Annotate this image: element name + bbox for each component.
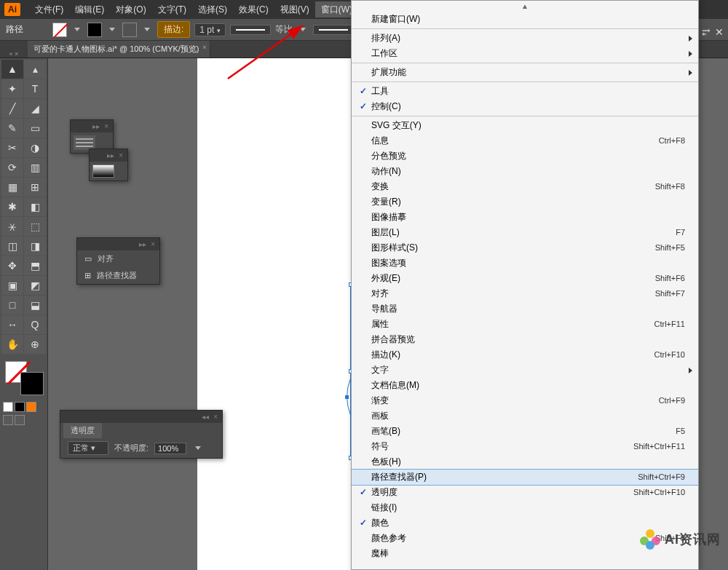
tool-button[interactable]: ◫ <box>1 237 23 256</box>
tab-align[interactable]: 对齐 <box>98 253 114 264</box>
tool-button[interactable]: ▥ <box>24 158 46 177</box>
tool-button[interactable]: ◧ <box>24 197 46 216</box>
chevron-down-icon[interactable] <box>195 446 201 450</box>
tool-button[interactable]: T <box>24 79 46 98</box>
chevron-down-icon[interactable] <box>109 28 115 31</box>
menu-item[interactable]: ✓透明度Shift+Ctrl+F10 <box>352 485 698 500</box>
menu-item[interactable]: 信息Ctrl+F8 <box>352 133 698 149</box>
menu-item[interactable]: 图形样式(S)Shift+F5 <box>352 240 698 256</box>
menu-item[interactable]: 变量(R) <box>352 194 698 210</box>
menu-item[interactable]: 工作区 <box>352 46 698 61</box>
menu-item[interactable]: 扩展功能 <box>352 65 698 80</box>
stroke-swatch[interactable] <box>87 23 102 37</box>
tool-button[interactable]: ⬓ <box>24 296 46 314</box>
tool-button[interactable]: ✥ <box>1 256 23 275</box>
menu-item[interactable]: 分色预览 <box>352 149 698 164</box>
menu-item[interactable]: 图层(L)F7 <box>352 225 698 240</box>
menu-item[interactable]: 文档信息(M) <box>352 378 698 393</box>
screen-mode[interactable] <box>3 415 13 425</box>
menu-item[interactable]: 描边(K)Ctrl+F10 <box>352 347 698 363</box>
tool-button[interactable]: ▦ <box>1 178 23 197</box>
menu-item[interactable]: 变换Shift+F8 <box>352 179 698 194</box>
tool-button[interactable]: ⊞ <box>24 178 46 197</box>
brush-definition[interactable] <box>313 25 354 35</box>
tab-pathfinder[interactable]: 路径查找器 <box>97 270 137 281</box>
tool-button[interactable]: ⬒ <box>24 256 46 275</box>
menu-item[interactable]: 新建窗口(W) <box>352 12 698 27</box>
transparency-panel[interactable]: ◂◂× 透明度 正常 ▾ 不透明度: 100% <box>60 410 223 459</box>
tool-button[interactable]: ▭ <box>24 119 46 138</box>
tool-button[interactable]: Q <box>24 315 46 334</box>
menu-item[interactable]: SVG 交互(Y) <box>352 118 698 133</box>
tool-button[interactable]: ⟳ <box>1 158 23 177</box>
swatch-empty[interactable] <box>122 23 137 37</box>
menu-item[interactable]: 画板 <box>352 408 698 424</box>
stroke-box[interactable] <box>21 373 43 395</box>
blend-mode-select[interactable]: 正常 ▾ <box>68 441 108 455</box>
menu-item[interactable]: 外观(E)Shift+F6 <box>352 271 698 286</box>
fill-swatch[interactable] <box>52 23 67 37</box>
opacity-input[interactable]: 100% <box>154 443 186 454</box>
tool-button[interactable]: ⬚ <box>24 217 46 236</box>
arrange-icon[interactable]: ⥂ <box>702 26 711 38</box>
menu-item[interactable]: 拼合器预览 <box>352 332 698 347</box>
tool-button[interactable]: ✂ <box>1 138 23 157</box>
tool-button[interactable]: ▣ <box>1 276 23 295</box>
color-mode-none[interactable] <box>26 402 36 412</box>
tool-button[interactable]: ◩ <box>24 276 46 295</box>
fill-stroke-control[interactable] <box>2 360 46 396</box>
tool-button[interactable]: ✎ <box>1 119 23 138</box>
stroke-profile[interactable] <box>230 25 271 35</box>
menu-item[interactable]: 导航器 <box>352 301 698 317</box>
tool-button[interactable]: ✦ <box>1 79 23 98</box>
tool-button[interactable]: ◢ <box>24 99 46 118</box>
menu-4[interactable]: 选择(S) <box>192 1 233 17</box>
chevron-down-icon[interactable] <box>300 28 306 31</box>
menu-3[interactable]: 文字(T) <box>152 1 192 17</box>
menu-item[interactable]: 图案选项 <box>352 256 698 271</box>
tool-button[interactable]: ⚹ <box>1 217 23 236</box>
menu-item[interactable]: 文字 <box>352 363 698 378</box>
tool-button[interactable]: ╱ <box>1 99 23 118</box>
scroll-up-icon[interactable]: ▲ <box>352 1 698 12</box>
close-icon[interactable]: ✕ <box>715 26 724 38</box>
menu-item[interactable]: 符号Shift+Ctrl+F11 <box>352 439 698 454</box>
menu-item[interactable]: ✓颜色 <box>352 515 698 531</box>
menu-6[interactable]: 视图(V) <box>274 1 315 17</box>
close-icon[interactable]: × <box>202 44 206 51</box>
chevron-down-icon[interactable] <box>144 28 150 31</box>
menu-item[interactable]: 排列(A) <box>352 31 698 46</box>
menu-item[interactable]: 链接(I) <box>352 500 698 515</box>
stroke-width-stepper[interactable]: 1 pt ▾ <box>194 23 225 36</box>
pathfinder-panel[interactable]: ▸▸× ▭对齐 ⊞路径查找器 <box>76 237 160 285</box>
document-tab[interactable]: 可爱的卡通人物图标.ai* @ 100% (CMYK/预览) × <box>28 41 210 58</box>
tool-button[interactable]: ✱ <box>1 197 23 216</box>
tool-button[interactable]: ▲ <box>1 60 23 79</box>
menu-0[interactable]: 文件(F) <box>29 1 69 17</box>
mini-panel-2[interactable]: ▸▸× <box>89 149 128 181</box>
color-mode-solid[interactable] <box>3 402 13 412</box>
menu-item[interactable]: 路径查找器(P)Shift+Ctrl+F9 <box>352 470 698 485</box>
menu-item[interactable]: 画笔(B)F5 <box>352 424 698 439</box>
menu-item[interactable]: ✓控制(C) <box>352 99 698 114</box>
chevron-down-icon[interactable] <box>74 28 80 31</box>
screen-mode[interactable] <box>15 415 25 425</box>
menu-item[interactable]: 对齐Shift+F7 <box>352 286 698 301</box>
menu-item[interactable]: 渐变Ctrl+F9 <box>352 393 698 408</box>
menu-item[interactable]: 动作(N) <box>352 164 698 179</box>
tool-button[interactable]: ⊕ <box>24 335 46 354</box>
menu-item[interactable]: 图像描摹 <box>352 210 698 225</box>
color-mode-gradient[interactable] <box>15 402 25 412</box>
tool-button[interactable]: ◨ <box>24 237 46 256</box>
menu-item[interactable]: 色板(H) <box>352 454 698 470</box>
tool-button[interactable]: ▴ <box>24 60 46 79</box>
menu-item[interactable]: 属性Ctrl+F11 <box>352 317 698 332</box>
tool-button[interactable]: ↔ <box>1 315 23 334</box>
menu-5[interactable]: 效果(C) <box>233 1 274 17</box>
tool-button[interactable]: ✋ <box>1 335 23 354</box>
tab-transparency[interactable]: 透明度 <box>63 423 102 438</box>
menu-2[interactable]: 对象(O) <box>110 1 151 17</box>
stroke-button[interactable]: 描边: <box>157 21 190 38</box>
menu-1[interactable]: 编辑(E) <box>69 1 110 17</box>
menu-item[interactable]: ✓工具 <box>352 84 698 99</box>
